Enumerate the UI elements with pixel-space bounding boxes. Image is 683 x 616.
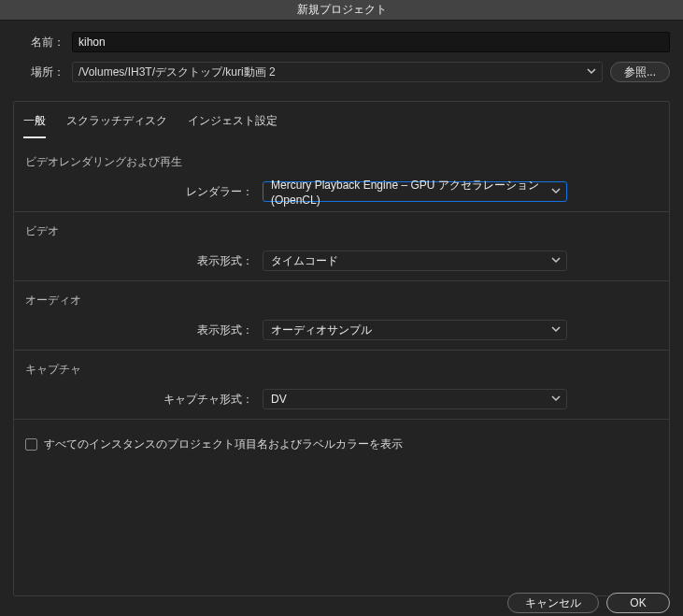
browse-button[interactable]: 参照... [610,62,670,82]
chevron-down-icon [551,323,561,337]
divider [14,280,669,281]
renderer-row: レンダラー： Mercury Playback Engine – GPU アクセ… [14,181,669,202]
tab-scratch-disks[interactable]: スクラッチディスク [66,109,167,138]
section-video-heading: ビデオ [14,218,669,245]
location-label: 場所： [13,64,64,80]
top-fields: 名前： 場所： /Volumes/IH3T/デスクトップ/kuri動画 2 参照… [0,21,683,95]
show-instances-row: すべてのインスタンスのプロジェクト項目名およびラベルカラーを表示 [14,427,669,462]
audio-display-select[interactable]: オーディオサンプル [263,320,567,340]
location-value: /Volumes/IH3T/デスクトップ/kuri動画 2 [78,64,276,80]
name-input[interactable] [72,32,670,52]
capture-format-select[interactable]: DV [263,389,567,409]
video-display-value: タイムコード [271,253,338,269]
capture-format-row: キャプチャ形式： DV [14,389,669,409]
audio-display-value: オーディオサンプル [271,322,372,338]
tab-general[interactable]: 一般 [23,109,46,138]
footer-buttons: キャンセル OK [507,593,670,613]
tab-ingest-settings[interactable]: インジェスト設定 [188,109,277,138]
renderer-value: Mercury Playback Engine – GPU アクセラレーション … [271,178,544,207]
show-instances-checkbox[interactable] [25,438,37,451]
chevron-down-icon [587,65,596,79]
capture-format-value: DV [271,393,287,406]
audio-display-row: 表示形式： オーディオサンプル [14,320,669,340]
section-audio-heading: オーディオ [14,287,669,314]
title-bar: 新規プロジェクト [0,0,683,21]
renderer-label: レンダラー： [14,184,253,200]
video-display-row: 表示形式： タイムコード [14,251,669,271]
chevron-down-icon [551,393,561,406]
video-display-select[interactable]: タイムコード [263,251,567,271]
tabs-panel: 一般 スクラッチディスク インジェスト設定 ビデオレンダリングおよび再生 レンダ… [13,101,670,596]
show-instances-label: すべてのインスタンスのプロジェクト項目名およびラベルカラーを表示 [44,437,403,452]
video-display-label: 表示形式： [14,253,253,269]
capture-format-label: キャプチャ形式： [14,392,253,408]
chevron-down-icon [551,254,561,267]
renderer-select[interactable]: Mercury Playback Engine – GPU アクセラレーション … [263,181,567,202]
audio-display-label: 表示形式： [14,322,253,338]
panel-body: ビデオレンダリングおよび再生 レンダラー： Mercury Playback E… [14,139,669,462]
divider [14,211,669,212]
divider [14,350,669,351]
tabs-bar: 一般 スクラッチディスク インジェスト設定 [14,102,669,139]
name-row: 名前： [13,32,670,52]
location-select[interactable]: /Volumes/IH3T/デスクトップ/kuri動画 2 [72,62,603,82]
section-capture-heading: キャプチャ [14,356,669,383]
ok-button[interactable]: OK [606,593,670,613]
dialog-title: 新規プロジェクト [297,2,387,18]
cancel-button[interactable]: キャンセル [507,593,599,613]
chevron-down-icon [551,185,561,198]
name-label: 名前： [13,35,64,50]
location-row: 場所： /Volumes/IH3T/デスクトップ/kuri動画 2 参照... [13,62,670,82]
section-render-heading: ビデオレンダリングおよび再生 [14,149,669,176]
divider [14,419,669,420]
